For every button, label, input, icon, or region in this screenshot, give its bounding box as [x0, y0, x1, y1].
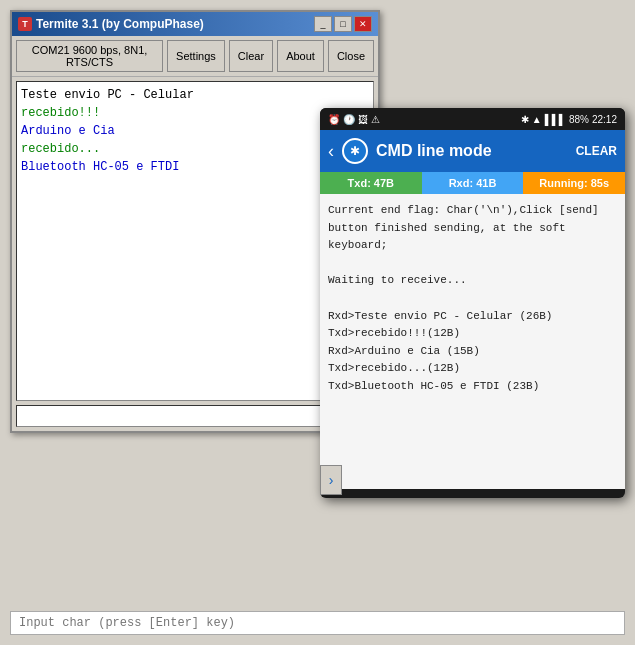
cmd-line-3: keyboard;: [328, 237, 617, 255]
image-icon: 🖼: [358, 114, 368, 125]
settings-button[interactable]: Settings: [167, 40, 225, 72]
android-phone: ⏰ 🕐 🖼 ⚠ ✱ ▲ ▌▌▌ 88% 22:12 ‹ ✱ CMD line m…: [320, 108, 625, 498]
alarm-icon: ⏰: [328, 114, 340, 125]
cmd-line-9: Rxd>Arduino e Cia (15B): [328, 343, 617, 361]
app-bar: ‹ ✱ CMD line mode CLEAR: [320, 130, 625, 172]
battery-level: 88%: [569, 114, 589, 125]
toolbar: COM21 9600 bps, 8N1, RTS/CTS Settings Cl…: [12, 36, 378, 77]
char-input[interactable]: [10, 611, 625, 635]
chevron-right-button[interactable]: ›: [320, 465, 342, 495]
clear-button[interactable]: Clear: [229, 40, 273, 72]
window-title: Termite 3.1 (by CompuPhase): [36, 17, 204, 31]
title-bar: T Termite 3.1 (by CompuPhase) _ □ ✕: [12, 12, 378, 36]
cmd-clear-button[interactable]: CLEAR: [576, 144, 617, 158]
cmd-line-6: [328, 290, 617, 308]
window-close-button[interactable]: ✕: [354, 16, 372, 32]
term-line-1: Teste envio PC - Celular: [21, 86, 369, 104]
cmd-line-7: Rxd>Teste envio PC - Celular (26B): [328, 308, 617, 326]
back-button[interactable]: ‹: [328, 141, 334, 162]
app-title: CMD line mode: [376, 142, 568, 160]
warning-icon: ⚠: [371, 114, 380, 125]
rxd-stat: Rxd: 41B: [422, 172, 524, 194]
signal-icon: ▌▌▌: [545, 114, 566, 125]
cmd-line-1: Current end flag: Char('\n'),Click [send…: [328, 202, 617, 220]
status-bar: ⏰ 🕐 🖼 ⚠ ✱ ▲ ▌▌▌ 88% 22:12: [320, 108, 625, 130]
txd-stat: Txd: 47B: [320, 172, 422, 194]
maximize-button[interactable]: □: [334, 16, 352, 32]
close-button[interactable]: Close: [328, 40, 374, 72]
term-line-4: recebido...: [21, 140, 369, 158]
running-stat: Running: 85s: [523, 172, 625, 194]
about-button[interactable]: About: [277, 40, 324, 72]
cmd-output: Current end flag: Char('\n'),Click [send…: [320, 194, 625, 489]
cmd-line-11: Txd>Bluetooth HC-05 e FTDI (23B): [328, 378, 617, 396]
app-icon: T: [18, 17, 32, 31]
time-display: 22:12: [592, 114, 617, 125]
window-controls: _ □ ✕: [314, 16, 372, 32]
bottom-input-container: [10, 611, 625, 635]
connection-label[interactable]: COM21 9600 bps, 8N1, RTS/CTS: [16, 40, 163, 72]
stats-bar: Txd: 47B Rxd: 41B Running: 85s: [320, 172, 625, 194]
term-line-5: Bluetooth HC-05 e FTDI: [21, 158, 369, 176]
bluetooth-icon: ✱: [342, 138, 368, 164]
wifi-icon: ▲: [532, 114, 542, 125]
cmd-line-10: Txd>recebido...(12B): [328, 360, 617, 378]
clock-icon: 🕐: [343, 114, 355, 125]
term-line-2: recebido!!!: [21, 104, 369, 122]
cmd-line-5: Waiting to receive...: [328, 272, 617, 290]
cmd-line-4: [328, 255, 617, 273]
bluetooth-status-icon: ✱: [521, 114, 529, 125]
term-line-3: Arduino e Cia: [21, 122, 369, 140]
minimize-button[interactable]: _: [314, 16, 332, 32]
cmd-line-2: button finished sending, at the soft: [328, 220, 617, 238]
cmd-line-8: Txd>recebido!!!(12B): [328, 325, 617, 343]
